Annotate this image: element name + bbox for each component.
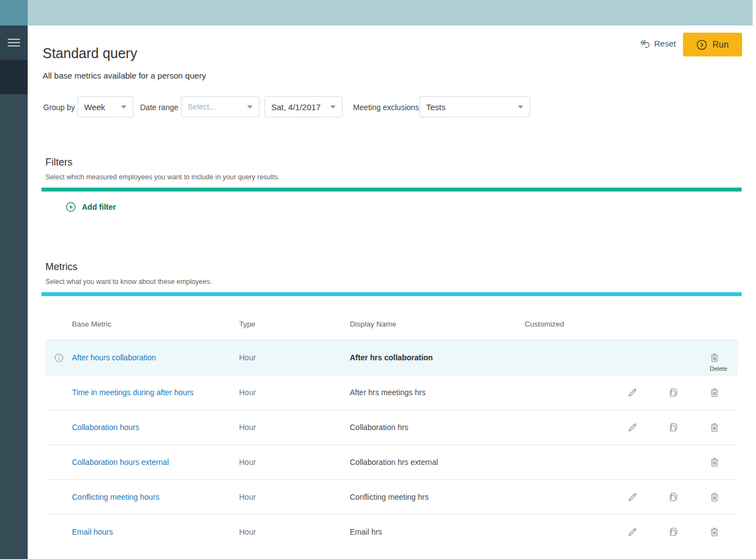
- info-icon[interactable]: [45, 353, 72, 363]
- delete-trash-icon[interactable]: [709, 352, 720, 363]
- copy-icon[interactable]: [668, 387, 679, 398]
- dropdown-caret-icon: [517, 105, 524, 109]
- metric-display-name: Email hrs: [350, 527, 525, 536]
- metrics-table: Base Metric Type Display Name Customized…: [45, 308, 738, 549]
- hamburger-icon: [8, 39, 20, 46]
- edit-pencil-icon[interactable]: [627, 491, 638, 503]
- dropdown-caret-icon: [121, 105, 127, 109]
- base-metric-link[interactable]: Time in meetings during after hours: [72, 388, 194, 397]
- dropdown-caret-icon: [330, 105, 336, 109]
- filters-heading: Filters: [45, 157, 73, 168]
- start-date-select[interactable]: Sat, 4/1/2017: [265, 96, 343, 117]
- metric-display-name: After hrs collaboration: [350, 353, 525, 362]
- meeting-exclusions-select[interactable]: Tests: [420, 96, 530, 117]
- delete-trash-icon[interactable]: [709, 422, 720, 433]
- col-header-display-name: Display Name: [350, 320, 525, 328]
- nav-rail-active-section[interactable]: [0, 60, 28, 94]
- page-subtitle: All base metrics available for a person …: [43, 71, 206, 80]
- nav-rail-accent: [0, 0, 28, 25]
- metric-type: Hour: [239, 527, 350, 536]
- filters-accent-bar: [42, 188, 742, 191]
- metrics-heading: Metrics: [45, 261, 77, 273]
- delete-trash-icon[interactable]: [709, 491, 720, 503]
- metrics-accent-bar: [42, 292, 742, 296]
- edit-pencil-icon[interactable]: [627, 526, 638, 537]
- base-metric-link[interactable]: Conflicting meeting hours: [72, 493, 159, 501]
- dropdown-caret-icon: [247, 105, 253, 109]
- group-by-value: Week: [84, 102, 105, 112]
- metric-type: Hour: [239, 458, 350, 467]
- group-by-label: Group by: [43, 103, 75, 112]
- date-range-select[interactable]: Select...: [181, 96, 260, 117]
- table-row: After hours collaboration Hour After hrs…: [45, 340, 738, 375]
- delete-tooltip-label: Delete: [710, 365, 727, 372]
- date-range-label: Date range: [140, 103, 178, 112]
- table-row: Collaboration hours external Hour Collab…: [45, 444, 738, 479]
- metric-type: Hour: [239, 423, 350, 432]
- base-metric-link[interactable]: Email hours: [72, 527, 113, 536]
- run-button[interactable]: Run: [683, 33, 742, 56]
- copy-icon[interactable]: [668, 491, 679, 503]
- add-filter-button[interactable]: Add filter: [66, 202, 116, 212]
- metric-display-name: Conflicting meeting hrs: [350, 493, 525, 501]
- filters-description: Select which measured employees you want…: [45, 173, 279, 181]
- top-header-band: [28, 0, 753, 25]
- metric-type: Hour: [239, 493, 350, 501]
- copy-icon[interactable]: [668, 526, 679, 537]
- add-circle-icon: [66, 202, 76, 212]
- table-header-row: Base Metric Type Display Name Customized: [45, 308, 738, 340]
- metric-type: Hour: [239, 388, 350, 397]
- metrics-description: Select what you want to know about these…: [45, 278, 212, 286]
- copy-icon[interactable]: [668, 422, 679, 433]
- metric-type: Hour: [239, 353, 350, 362]
- col-header-type: Type: [239, 320, 350, 328]
- date-range-placeholder: Select...: [188, 102, 216, 111]
- col-header-base-metric: Base Metric: [72, 320, 239, 328]
- edit-pencil-icon[interactable]: [627, 387, 638, 398]
- base-metric-link[interactable]: After hours collaboration: [72, 353, 156, 362]
- table-row: Collaboration hours Hour Collaboration h…: [45, 410, 738, 444]
- left-nav-rail: [0, 0, 28, 559]
- nav-menu-button[interactable]: [0, 25, 28, 60]
- delete-trash-icon[interactable]: [709, 457, 720, 468]
- delete-trash-icon[interactable]: [709, 387, 720, 398]
- edit-pencil-icon[interactable]: [627, 422, 638, 433]
- reset-label: Reset: [654, 39, 676, 48]
- table-row: Email hours Hour Email hrs: [45, 514, 738, 549]
- table-row: Time in meetings during after hours Hour…: [45, 375, 738, 410]
- run-label: Run: [712, 40, 728, 50]
- start-date-value: Sat, 4/1/2017: [271, 102, 320, 112]
- page-title: Standard query: [43, 45, 137, 61]
- metric-display-name: After hrs meetings hrs: [350, 388, 525, 397]
- table-row: Conflicting meeting hours Hour Conflicti…: [45, 479, 738, 514]
- group-by-select[interactable]: Week: [77, 96, 133, 117]
- meeting-exclusions-label: Meeting exclusions: [353, 103, 419, 112]
- reset-undo-icon: [640, 39, 650, 48]
- run-play-circle-icon: [696, 39, 707, 50]
- scrollbar-gutter[interactable]: [753, 0, 756, 559]
- meeting-exclusions-value: Tests: [426, 102, 446, 112]
- base-metric-link[interactable]: Collaboration hours external: [72, 458, 169, 467]
- metric-display-name: Collaboration hrs external: [350, 458, 525, 467]
- delete-trash-icon[interactable]: [709, 526, 720, 537]
- add-filter-label: Add filter: [82, 203, 116, 211]
- metric-display-name: Collaboration hrs: [350, 423, 525, 432]
- col-header-customized: Customized: [525, 320, 738, 328]
- reset-button[interactable]: Reset: [640, 39, 676, 48]
- base-metric-link[interactable]: Collaboration hours: [72, 423, 139, 432]
